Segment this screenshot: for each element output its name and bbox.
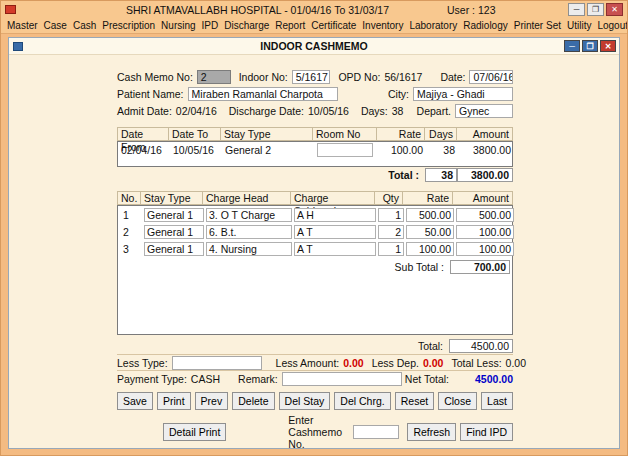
total-less-label: Total Less:: [451, 357, 501, 369]
grand-total-row: Total: 4500.00: [117, 338, 513, 354]
header-cell: Rate: [403, 191, 453, 205]
delete-button[interactable]: Delete: [232, 392, 274, 410]
date-field[interactable]: 07/06/16: [469, 70, 513, 84]
close-button[interactable]: Close: [438, 392, 477, 410]
menu-item-certificate[interactable]: Certificate: [311, 20, 356, 31]
charge-cell-rate[interactable]: 500.00: [406, 208, 454, 222]
prev-button[interactable]: Prev: [195, 392, 229, 410]
charge-table-body: 1 General 1 3. O T Charge A H 1 500.00 5…: [117, 205, 513, 335]
discharge-date-value: 10/05/16: [308, 105, 349, 117]
maximize-icon[interactable]: ❐: [587, 3, 604, 16]
charge-cell-qty[interactable]: 1: [378, 242, 404, 256]
charge-cell-rate[interactable]: 100.00: [406, 242, 454, 256]
button-row-1: Save Print Prev Delete Del Stay Del Chrg…: [117, 392, 513, 410]
charge-cell-charge-subhead[interactable]: A H: [294, 208, 376, 222]
menu-item-cash[interactable]: Cash: [73, 20, 96, 31]
stay-cell-room-no[interactable]: [317, 143, 373, 157]
charge-cell-charge-subhead[interactable]: A T: [294, 225, 376, 239]
charge-cell-no: 1: [120, 208, 144, 223]
charge-cell-amount[interactable]: 100.00: [456, 225, 514, 239]
save-button[interactable]: Save: [117, 392, 153, 410]
charge-cell-amount[interactable]: 100.00: [456, 242, 514, 256]
form-icon: [13, 42, 23, 51]
charge-cell-stay-type[interactable]: General 1: [144, 208, 204, 222]
stay-cell-date-from: 02/04/16: [118, 143, 170, 158]
del-chrg-button[interactable]: Del Chrg.: [334, 392, 390, 410]
depart-label: Depart.: [417, 105, 451, 117]
city-field[interactable]: Majiya - Ghadi: [413, 87, 513, 101]
reset-button[interactable]: Reset: [395, 392, 434, 410]
enter-cashmemo-input[interactable]: [353, 425, 399, 439]
charge-cell-qty[interactable]: 2: [378, 225, 404, 239]
menu-item-nursing[interactable]: Nursing: [161, 20, 195, 31]
menu-item-ipd[interactable]: IPD: [202, 20, 219, 31]
menu-item-laboratory[interactable]: Laboratory: [409, 20, 457, 31]
last-button[interactable]: Last: [481, 392, 513, 410]
discharge-date-label: Discharge Date:: [229, 105, 304, 117]
menu-item-master[interactable]: Master: [7, 20, 38, 31]
menu-item-inventory[interactable]: Inventory: [362, 20, 403, 31]
detail-print-button[interactable]: Detail Print: [163, 423, 226, 441]
header-cell: Charge Head: [203, 191, 291, 205]
charge-cell-charge-head[interactable]: 3. O T Charge: [206, 208, 292, 222]
print-button[interactable]: Print: [157, 392, 191, 410]
menu-item-printer-set[interactable]: Printer Set: [514, 20, 561, 31]
less-type-input[interactable]: [172, 356, 262, 370]
close-icon[interactable]: ✕: [606, 3, 623, 16]
refresh-button[interactable]: Refresh: [407, 423, 456, 441]
menu-item-logout[interactable]: Logout: [597, 20, 628, 31]
days-label: Days:: [361, 105, 388, 117]
menu-item-prescription[interactable]: Prescription: [102, 20, 155, 31]
less-amount-label: Less Amount:: [276, 357, 340, 369]
patient-name-label: Patient Name:: [117, 88, 184, 100]
inner-close-icon[interactable]: ✕: [600, 40, 616, 52]
payment-type-value[interactable]: CASH: [191, 373, 220, 385]
depart-field[interactable]: Gynec: [455, 104, 513, 118]
indoor-no-field[interactable]: 5/1617: [292, 70, 331, 84]
header-cell: Amount: [457, 127, 513, 141]
charge-row[interactable]: 3 General 1 4. Nursing A T 1 100.00 100.…: [120, 242, 510, 257]
inner-maximize-icon[interactable]: ❐: [582, 40, 598, 52]
menu-item-report[interactable]: Report: [275, 20, 305, 31]
form-title: INDOOR CASHMEMO: [260, 40, 367, 52]
header-cell: Days: [425, 127, 457, 141]
del-stay-button[interactable]: Del Stay: [279, 392, 331, 410]
opd-no-value: 56/1617: [384, 71, 422, 83]
stay-row[interactable]: 02/04/16 10/05/16 General 2 100.00 38 38…: [118, 143, 512, 158]
menu-item-case[interactable]: Case: [44, 20, 67, 31]
subtotal-value: 700.00: [450, 260, 510, 274]
remark-input[interactable]: [282, 372, 402, 386]
find-ipd-button[interactable]: Find IPD: [460, 423, 513, 441]
stay-total-amount: 3800.00: [457, 168, 513, 182]
app-icon: [5, 5, 16, 14]
charge-row[interactable]: 1 General 1 3. O T Charge A H 1 500.00 5…: [120, 208, 510, 223]
menu-item-radiology[interactable]: Radiology: [463, 20, 507, 31]
indoor-no-label: Indoor No:: [239, 71, 288, 83]
header-cell: Rate: [377, 127, 425, 141]
minimize-icon[interactable]: ─: [568, 3, 585, 16]
charge-row[interactable]: 2 General 1 6. B.t. A T 2 50.00 100.00: [120, 225, 510, 240]
charge-cell-charge-head[interactable]: 4. Nursing: [206, 242, 292, 256]
patient-name-field[interactable]: Miraben Ramanlal Charpota: [188, 87, 338, 101]
charge-cell-amount[interactable]: 500.00: [456, 208, 514, 222]
charge-cell-charge-subhead[interactable]: A T: [294, 242, 376, 256]
net-total-label: Net Total:: [405, 373, 449, 385]
days-value: 38: [392, 105, 404, 117]
menu-item-discharge[interactable]: Discharge: [224, 20, 269, 31]
button-row-2: Detail Print Enter Cashmemo No. Refresh …: [117, 414, 513, 450]
less-dep-label: Less Dep.: [372, 357, 419, 369]
opd-no-label: OPD No:: [338, 71, 380, 83]
date-label: Date:: [440, 71, 465, 83]
header-cell: Stay Type: [141, 191, 203, 205]
charge-cell-stay-type[interactable]: General 1: [144, 242, 204, 256]
grand-total-value: 4500.00: [449, 339, 513, 353]
user-label: User : 123: [447, 4, 495, 16]
charge-cell-charge-head[interactable]: 6. B.t.: [206, 225, 292, 239]
charge-cell-qty[interactable]: 1: [378, 208, 404, 222]
charge-cell-rate[interactable]: 50.00: [406, 225, 454, 239]
menu-item-utility[interactable]: Utility: [567, 20, 591, 31]
cashmemo-window: INDOOR CASHMEMO ─ ❐ ✕ Cash Memo No: 2 In…: [8, 37, 620, 449]
charge-cell-stay-type[interactable]: General 1: [144, 225, 204, 239]
inner-minimize-icon[interactable]: ─: [564, 40, 580, 52]
enter-cashmemo-label: Enter Cashmemo No.: [288, 414, 345, 450]
